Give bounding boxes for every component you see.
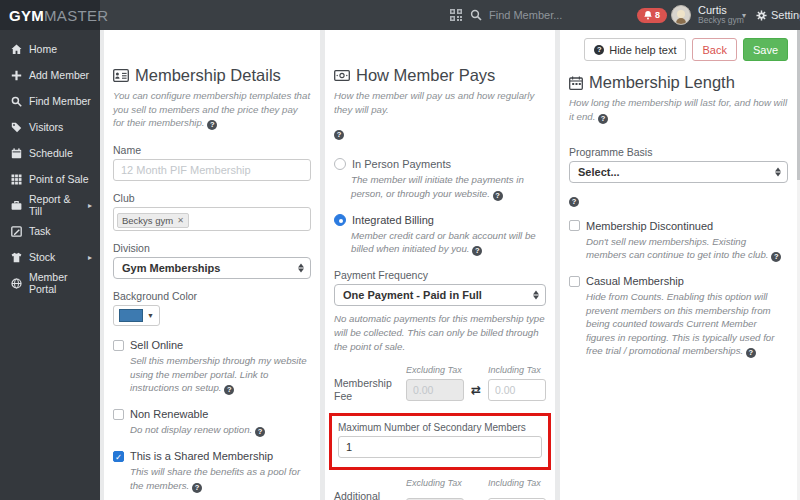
- help-question-icon[interactable]: ?: [598, 114, 608, 124]
- user-menu[interactable]: Curtis Beckys gym: [698, 4, 744, 25]
- membership-name-input[interactable]: [113, 159, 311, 181]
- find-member-input[interactable]: [489, 9, 619, 21]
- help-question-icon[interactable]: ?: [771, 252, 781, 262]
- qr-code-icon[interactable]: [450, 0, 462, 30]
- in-person-payments-radio[interactable]: In Person Payments: [334, 158, 546, 170]
- casual-membership-checkbox[interactable]: Casual Membership: [569, 275, 788, 287]
- how-member-pays-panel: How Member Pays How the member will pay …: [325, 30, 555, 500]
- checkbox[interactable]: [113, 409, 124, 420]
- notification-count: 8: [655, 10, 660, 20]
- background-color-picker[interactable]: ▼: [113, 305, 160, 326]
- sidebar-item-member-portal[interactable]: Member Portal: [0, 270, 100, 296]
- max-secondary-members-input[interactable]: [338, 436, 542, 458]
- sidebar-item-task[interactable]: Task: [0, 218, 100, 244]
- gear-icon: [756, 10, 767, 21]
- payment-note: No automatic payments for this membershi…: [334, 312, 546, 354]
- search-icon[interactable]: [470, 0, 482, 30]
- help-question-icon[interactable]: ?: [255, 427, 265, 437]
- settings-menu[interactable]: Settings ▾: [756, 0, 800, 30]
- sidebar-item-label: Home: [29, 43, 57, 55]
- help-question-icon[interactable]: ?: [207, 120, 217, 130]
- help-question-icon[interactable]: ?: [224, 385, 234, 395]
- sidebar-item-stock[interactable]: Stock ▸: [0, 244, 100, 270]
- radio[interactable]: [334, 158, 346, 170]
- payment-frequency-label: Payment Frequency: [334, 269, 546, 281]
- bell-icon: [644, 11, 652, 20]
- fee-including-tax-input[interactable]: [488, 379, 546, 401]
- save-button[interactable]: Save: [743, 38, 788, 61]
- calendar-icon: [569, 76, 583, 90]
- sidebar-item-label: Stock: [29, 251, 55, 263]
- name-label: Name: [113, 144, 311, 156]
- checkbox[interactable]: [569, 276, 580, 287]
- max-secondary-members-label: Maximum Number of Secondary Members: [338, 422, 542, 433]
- additional-cost-row: Additional Cost(ea) ⇄: [334, 490, 546, 500]
- search-icon: [11, 96, 22, 107]
- main-content: Membership Details You can configure mem…: [100, 30, 800, 500]
- remove-tag-icon[interactable]: ✕: [177, 216, 184, 225]
- integrated-billing-radio[interactable]: Integrated Billing: [334, 214, 546, 226]
- sidebar-item-point-of-sale[interactable]: Point of Sale: [0, 166, 100, 192]
- sidebar-item-label: Visitors: [29, 121, 63, 133]
- select-arrows-icon: [533, 291, 539, 300]
- sidebar-item-home[interactable]: Home: [0, 36, 100, 62]
- how-member-pays-title: How Member Pays: [334, 66, 546, 85]
- help-question-icon[interactable]: ?: [746, 348, 756, 358]
- help-question-icon[interactable]: ?: [192, 483, 202, 493]
- programme-basis-select[interactable]: Select...: [569, 161, 788, 183]
- radio-selected[interactable]: [334, 214, 346, 226]
- sidebar-item-schedule[interactable]: Schedule: [0, 140, 100, 166]
- help-question-icon[interactable]: ?: [472, 246, 482, 256]
- club-tag-input[interactable]: Beckys gym✕: [113, 207, 311, 231]
- membership-discontinued-checkbox[interactable]: Membership Discontinued: [569, 220, 788, 232]
- sidebar-item-add-member[interactable]: Add Member: [0, 62, 100, 88]
- division-select[interactable]: Gym Memberships: [113, 257, 311, 279]
- division-label: Division: [113, 242, 311, 254]
- hide-help-text-button[interactable]: ? Hide help text: [584, 38, 686, 61]
- edit-icon: [11, 226, 22, 237]
- user-caret-icon[interactable]: ▾: [742, 0, 746, 30]
- color-swatch: [119, 309, 143, 322]
- in-person-help: The member will initiate the payments in…: [351, 173, 546, 201]
- checkbox-checked[interactable]: ✓: [113, 451, 124, 462]
- user-avatar[interactable]: [671, 5, 691, 25]
- background-color-label: Background Color: [113, 290, 311, 302]
- sell-online-checkbox[interactable]: Sell Online: [113, 339, 311, 351]
- sidebar-item-report-till[interactable]: Report & Till ▸: [0, 192, 100, 218]
- calendar-icon: [11, 148, 22, 159]
- shared-membership-checkbox[interactable]: ✓ This is a Shared Membership: [113, 450, 311, 462]
- briefcase-icon: [11, 200, 22, 211]
- membership-discontinued-help: Don't sell new memberships. Existing mem…: [586, 235, 788, 263]
- fee-excluding-tax-input[interactable]: [406, 379, 464, 401]
- sidebar-item-label: Point of Sale: [29, 173, 89, 185]
- non-renewable-checkbox[interactable]: Non Renewable: [113, 408, 311, 420]
- payment-frequency-select[interactable]: One Payment - Paid in Full: [334, 284, 546, 306]
- back-button[interactable]: Back: [692, 38, 736, 61]
- select-arrows-icon: [298, 264, 304, 273]
- swap-arrows-icon[interactable]: ⇄: [468, 383, 484, 397]
- highlight-red-box: Maximum Number of Secondary Members: [329, 413, 551, 470]
- logo-master: MASTER: [44, 7, 108, 24]
- sidebar-item-label: Member Portal: [29, 271, 92, 295]
- checkbox[interactable]: [569, 220, 580, 231]
- checkbox[interactable]: [113, 340, 124, 351]
- how-member-pays-help: How the member will pay us and how regul…: [334, 89, 546, 116]
- sidebar-item-find-member[interactable]: Find Member: [0, 88, 100, 114]
- sidebar-item-label: Add Member: [29, 69, 89, 81]
- help-question-icon[interactable]: ?: [569, 197, 579, 207]
- submenu-caret-icon: ▸: [88, 201, 92, 210]
- home-icon: [11, 44, 22, 55]
- globe-icon: [11, 278, 22, 289]
- membership-length-panel: ? Hide help text Back Save Membership Le…: [560, 30, 797, 500]
- help-question-icon[interactable]: ?: [493, 191, 503, 201]
- swatch-caret-icon: ▼: [147, 312, 154, 319]
- sidebar-item-label: Find Member: [29, 95, 91, 107]
- logo-gym: GYM: [9, 7, 44, 24]
- sidebar-item-visitors[interactable]: Visitors: [0, 114, 100, 140]
- help-question-icon[interactable]: ?: [334, 130, 344, 140]
- gymmaster-logo[interactable]: GYMMASTER: [0, 0, 100, 30]
- notifications-badge[interactable]: 8: [637, 8, 667, 23]
- club-tag: Beckys gym✕: [117, 213, 189, 228]
- settings-label: Settings: [771, 9, 800, 21]
- id-card-icon: [113, 69, 129, 82]
